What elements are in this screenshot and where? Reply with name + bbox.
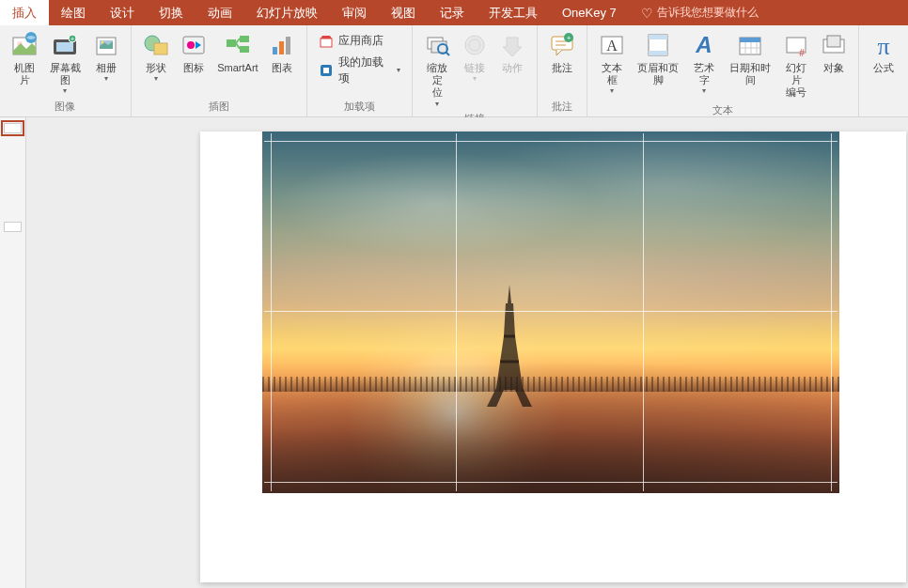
ribbon-group-illustrations: 形状 ▾ 图标 SmartArt 图表 插图 — [132, 25, 307, 116]
textbox-button[interactable]: A 文本框 ▾ — [593, 28, 631, 97]
svg-rect-15 — [240, 36, 249, 42]
online-pictures-button[interactable]: 机图片 — [6, 28, 43, 88]
tab-design[interactable]: 设计 — [98, 0, 147, 25]
chart-icon — [267, 30, 297, 60]
hyperlink-button: 链接 ▾ — [456, 28, 493, 85]
svg-text:+: + — [567, 34, 571, 42]
zoom-icon — [422, 30, 452, 60]
tab-transitions[interactable]: 切换 — [147, 0, 196, 25]
ribbon-group-comments: + 批注 批注 — [538, 25, 587, 116]
slide-number-button[interactable]: # 幻灯片 编号 — [777, 28, 815, 101]
svg-rect-22 — [323, 68, 329, 73]
tab-draw[interactable]: 绘图 — [49, 0, 98, 25]
shapes-button[interactable]: 形状 ▾ — [137, 28, 175, 85]
ribbon-group-label — [865, 112, 902, 116]
svg-text:+: + — [70, 36, 74, 42]
svg-point-9 — [101, 41, 103, 44]
svg-point-27 — [465, 36, 484, 54]
zoom-button[interactable]: 缩放定 位 ▾ — [418, 28, 456, 110]
globe-image-icon — [9, 30, 39, 60]
smartart-icon — [223, 30, 253, 60]
wordart-button[interactable]: A 艺术字 ▾ — [685, 28, 723, 97]
tab-developer[interactable]: 开发工具 — [477, 0, 550, 25]
tab-insert[interactable]: 插入 — [0, 0, 49, 25]
chart-button[interactable]: 图表 — [263, 28, 301, 76]
svg-rect-18 — [279, 41, 284, 54]
svg-rect-17 — [273, 47, 277, 54]
datetime-icon — [735, 30, 765, 60]
svg-rect-19 — [286, 37, 290, 54]
myaddins-icon — [319, 63, 334, 78]
tab-record[interactable]: 记录 — [428, 0, 477, 25]
chevron-down-icon: ▾ — [435, 100, 439, 108]
ribbon-tab-bar: 插入 绘图 设计 切换 动画 幻灯片放映 审阅 视图 记录 开发工具 OneKe… — [0, 0, 908, 25]
chevron-down-icon: ▾ — [104, 74, 108, 83]
object-icon — [819, 30, 849, 60]
lightbulb-icon: ♡ — [641, 6, 653, 21]
svg-rect-48 — [827, 36, 840, 47]
shapes-icon — [141, 30, 171, 60]
comment-button[interactable]: + 批注 — [543, 28, 581, 76]
sunset-image-render — [262, 132, 839, 493]
store-button[interactable]: 应用商店 — [313, 30, 406, 52]
equation-button[interactable]: π 公式 — [865, 28, 902, 76]
album-icon — [91, 30, 121, 60]
screenshot-icon: + — [50, 30, 80, 60]
slide-thumbnail-2[interactable] — [4, 222, 22, 232]
wordart-icon: A — [689, 30, 719, 60]
photo-album-button[interactable]: 相册 ▾ — [87, 28, 125, 85]
action-icon — [497, 30, 527, 60]
ribbon-group-label: 加载项 — [313, 98, 406, 116]
ribbon-group-symbols: π 公式 — [859, 25, 908, 116]
my-addins-button[interactable]: 我的加载项 ▾ — [313, 52, 406, 89]
svg-rect-11 — [154, 43, 167, 54]
tab-animations[interactable]: 动画 — [196, 0, 244, 25]
inserted-image[interactable] — [262, 132, 839, 493]
slidenum-icon: # — [781, 30, 811, 60]
chevron-down-icon: ▾ — [397, 66, 400, 74]
object-button[interactable]: 对象 — [815, 28, 853, 76]
headerfooter-icon — [643, 30, 673, 60]
tab-view[interactable]: 视图 — [379, 0, 428, 25]
ribbon-group-addins: 应用商店 我的加载项 ▾ 加载项 — [307, 25, 413, 116]
svg-rect-16 — [240, 46, 249, 53]
slide[interactable] — [200, 132, 906, 582]
datetime-button[interactable]: 日期和时间 — [723, 28, 777, 88]
tab-onekey7[interactable]: OneKey 7 — [550, 0, 629, 25]
svg-point-13 — [187, 41, 195, 49]
chevron-down-icon: ▾ — [63, 86, 67, 95]
ribbon: 机图片 + 屏幕截图 ▾ 相册 ▾ 图像 — [0, 25, 908, 117]
svg-text:A: A — [606, 38, 618, 54]
chevron-down-icon: ▾ — [610, 86, 614, 95]
icons-icon — [179, 30, 209, 60]
svg-rect-20 — [321, 39, 332, 47]
smartart-button[interactable]: SmartArt — [212, 28, 263, 76]
slide-thumbnail-1[interactable] — [4, 123, 22, 133]
icons-button[interactable]: 图标 — [175, 28, 212, 76]
svg-line-26 — [446, 52, 449, 55]
chevron-down-icon: ▾ — [473, 74, 477, 83]
slide-thumbnail-panel[interactable] — [0, 117, 26, 588]
svg-rect-40 — [740, 38, 760, 42]
svg-rect-14 — [227, 39, 236, 47]
svg-rect-37 — [649, 51, 667, 55]
ribbon-group-label: 批注 — [543, 98, 581, 116]
ribbon-group-links: 缩放定 位 ▾ 链接 ▾ 动作 链接 — [413, 25, 538, 116]
tab-slideshow[interactable]: 幻灯片放映 — [244, 0, 330, 25]
screenshot-button[interactable]: + 屏幕截图 ▾ — [43, 28, 87, 97]
slide-canvas-area[interactable] — [26, 117, 908, 588]
svg-text:π: π — [877, 33, 889, 60]
textbox-icon: A — [597, 30, 627, 60]
ribbon-group-text: A 文本框 ▾ 页眉和页脚 A 艺术字 ▾ — [587, 25, 859, 116]
chevron-down-icon: ▾ — [702, 86, 706, 95]
equation-icon: π — [869, 30, 899, 60]
header-footer-button[interactable]: 页眉和页脚 — [631, 28, 685, 88]
tell-me-search[interactable]: ♡ 告诉我您想要做什么 — [641, 5, 759, 21]
ribbon-group-images: 机图片 + 屏幕截图 ▾ 相册 ▾ 图像 — [0, 25, 132, 116]
action-button: 动作 — [493, 28, 531, 76]
comment-icon: + — [547, 30, 577, 60]
svg-rect-4 — [56, 42, 73, 52]
tab-review[interactable]: 审阅 — [330, 0, 379, 25]
chevron-down-icon: ▾ — [154, 74, 158, 83]
svg-rect-36 — [649, 35, 667, 39]
